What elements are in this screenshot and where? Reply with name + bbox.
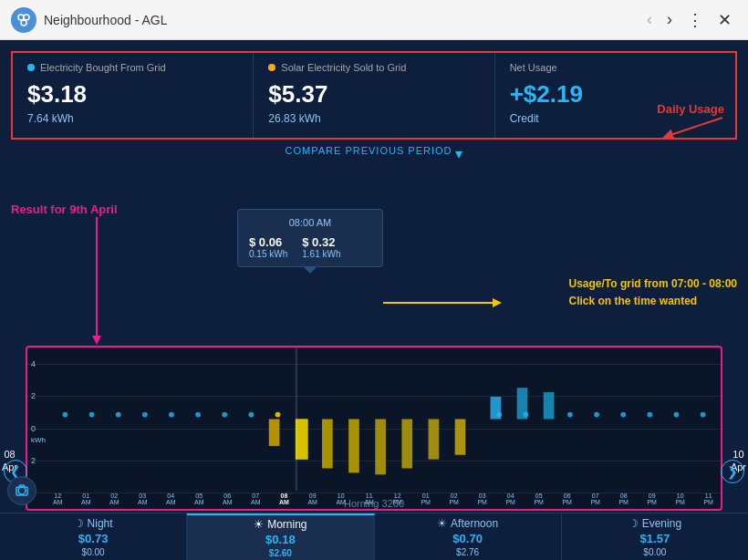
svg-point-9	[89, 412, 95, 418]
svg-rect-27	[544, 392, 555, 419]
time-label-06am: 06AM	[223, 493, 233, 505]
y-label-4top: 4	[31, 359, 36, 368]
chart-inner: 4 2 0 2 4 kWh	[27, 347, 721, 509]
svg-point-35	[674, 412, 680, 418]
browser-bar: Neighbourhood - AGL ‹ › ⋮ ✕	[0, 0, 748, 40]
svg-point-31	[567, 412, 573, 418]
svg-point-33	[620, 412, 626, 418]
time-label-05am: 05AM	[194, 493, 204, 505]
svg-point-16	[275, 412, 281, 418]
bottom-tabs: ☽ Night $0.73 $0.00 ☀ Morning $0.18 $2.6…	[0, 513, 748, 560]
svg-point-29	[496, 412, 502, 418]
time-label-04am: 04AM	[166, 493, 176, 505]
compare-section[interactable]: COMPARE PREVIOUS PERIOD ▾	[0, 140, 748, 162]
time-label-05pm: 05PM	[534, 493, 544, 505]
tab-afternoon[interactable]: ☀ Afternoon $0.70 $2.76	[375, 513, 562, 560]
svg-point-32	[594, 412, 599, 418]
time-label-08pm: 08PM	[618, 493, 629, 505]
time-label-01pm: 01PM	[421, 493, 431, 505]
stat-sub-solar: 26.83 kWh	[268, 112, 479, 125]
svg-line-3	[668, 118, 722, 136]
svg-rect-23	[429, 420, 440, 460]
svg-marker-7	[493, 298, 502, 307]
time-label-10pm: 10PM	[675, 493, 685, 505]
tooltip-values: $ 0.06 0.15 kWh $ 0.32 1.61 kWh	[249, 235, 371, 259]
time-label-01am: 01AM	[81, 493, 91, 505]
svg-point-1	[24, 15, 29, 20]
nav-back[interactable]: ‹	[641, 8, 658, 32]
nav-forward[interactable]: ›	[661, 8, 678, 32]
dot-blue	[27, 64, 35, 71]
time-label-07am: 07AM	[251, 493, 261, 505]
time-label-07pm: 07PM	[590, 493, 600, 505]
stat-value-grid: $3.18	[27, 80, 238, 109]
tooltip-box: 08:00 AM $ 0.06 0.15 kWh $ 0.32 1.61 kWh	[237, 209, 383, 267]
svg-point-2	[21, 20, 26, 26]
browser-title: Neighbourhood - AGL	[44, 13, 634, 27]
nav-right[interactable]: ❯	[721, 460, 744, 483]
y-label-2top: 2	[31, 391, 36, 400]
address-label: Horning 3260	[344, 498, 404, 509]
time-label-02pm: 02PM	[449, 493, 459, 505]
chart-svg	[47, 347, 721, 491]
svg-rect-21	[375, 420, 386, 475]
svg-point-10	[116, 412, 121, 418]
app-icon	[11, 7, 36, 33]
svg-rect-28	[296, 420, 308, 460]
time-label-02am: 02AM	[109, 493, 119, 505]
svg-rect-19	[322, 420, 333, 469]
svg-point-8	[63, 412, 68, 418]
stat-label-solar: Solar Electricity Sold to Grid	[268, 62, 479, 73]
stat-label-grid: Electricity Bought From Grid	[27, 62, 238, 73]
yellow-arrow	[383, 294, 502, 316]
browser-nav[interactable]: ‹ › ⋮ ✕	[641, 8, 737, 32]
svg-rect-37	[296, 347, 297, 491]
svg-point-38	[18, 487, 26, 494]
tab-evening[interactable]: ☽ Evening $1.57 $0.00	[562, 513, 748, 560]
svg-point-30	[523, 412, 528, 418]
tab-night[interactable]: ☽ Night $0.73 $0.00	[0, 513, 187, 560]
svg-rect-24	[455, 420, 466, 455]
svg-rect-22	[401, 420, 412, 469]
time-label-11pm: 11PM	[703, 493, 713, 505]
stat-value-solar: $5.37	[268, 80, 479, 109]
time-label-03pm: 03PM	[477, 493, 487, 505]
stats-container: Electricity Bought From Grid $3.18 7.64 …	[11, 51, 737, 140]
tooltip-time: 08:00 AM	[249, 217, 371, 228]
svg-rect-20	[348, 420, 359, 473]
time-label-08am: 08AM	[279, 493, 289, 505]
time-label-04pm: 04PM	[505, 493, 515, 505]
time-label-06pm: 06PM	[562, 493, 572, 505]
tab-morning[interactable]: ☀ Morning $0.18 $2.60	[187, 513, 374, 560]
y-label-2bot: 2	[31, 456, 36, 465]
pink-arrow	[88, 217, 106, 348]
time-label-03am: 03AM	[138, 493, 148, 505]
time-label-12am: 12AM	[53, 493, 63, 505]
red-arrow	[659, 113, 732, 144]
result-label: Result for 9th April	[11, 202, 118, 216]
dot-yellow	[268, 64, 275, 71]
svg-point-12	[169, 412, 174, 418]
nav-close[interactable]: ✕	[712, 8, 737, 32]
stat-box-grid: Electricity Bought From Grid $3.18 7.64 …	[13, 53, 254, 138]
nav-menu[interactable]: ⋮	[681, 8, 709, 32]
time-label-09pm: 09PM	[647, 493, 657, 505]
usage-instruction: Usage/To grid from 07:00 - 08:00Click on…	[569, 275, 738, 310]
svg-marker-5	[92, 336, 101, 345]
kwh-label: kWh	[31, 436, 46, 444]
svg-rect-17	[269, 420, 280, 446]
y-label-0: 0	[31, 424, 36, 433]
svg-point-36	[701, 412, 706, 418]
stat-box-solar: Solar Electricity Sold to Grid $5.37 26.…	[254, 53, 494, 138]
svg-point-0	[18, 15, 24, 20]
screenshot-button[interactable]	[7, 476, 36, 505]
svg-point-14	[222, 412, 227, 418]
tooltip-val2: $ 0.32 1.61 kWh	[302, 235, 340, 259]
chart-area[interactable]: 4 2 0 2 4 kWh	[26, 346, 722, 511]
stat-sub-grid: 7.64 kWh	[27, 112, 238, 125]
time-label-09am: 09AM	[307, 493, 317, 505]
svg-point-34	[647, 412, 652, 418]
stat-label-net: Net Usage	[510, 62, 721, 73]
tooltip-val1: $ 0.06 0.15 kWh	[249, 235, 287, 259]
main-content: Electricity Bought From Grid $3.18 7.64 …	[0, 40, 748, 560]
